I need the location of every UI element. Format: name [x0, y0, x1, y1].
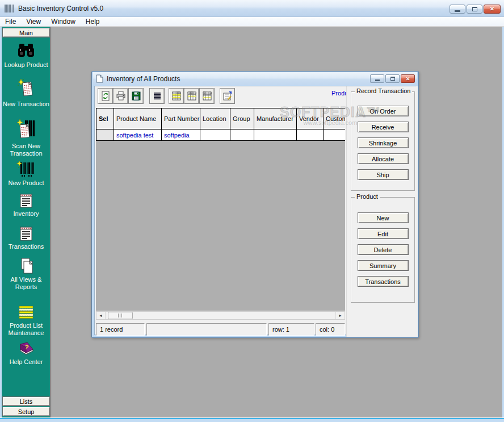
cell-customer[interactable] [324, 129, 345, 141]
sidebar-item-label: Lookup Product [2, 61, 50, 69]
scrollbar-thumb[interactable] [108, 312, 133, 319]
new-note-icon [16, 78, 36, 99]
sidebar-item-inventory[interactable]: Inventory [2, 193, 51, 218]
table-gray-alt-icon [202, 91, 212, 101]
cell-sel[interactable] [96, 129, 114, 141]
table-yellow-icon [171, 91, 182, 101]
notepad-icon [18, 225, 35, 241]
scroll-left-arrow[interactable]: ◄ [96, 312, 106, 319]
maximize-button[interactable] [467, 5, 482, 14]
print-button[interactable] [113, 88, 128, 104]
inventory-window-titlebar: Inventory of All Products ✕ [93, 72, 417, 85]
sidebar-item-scan-new-transaction[interactable]: Scan New Transaction [2, 119, 51, 157]
products-link[interactable]: Produ [331, 90, 346, 97]
application-window: Basic Inventory Control v5.0 ✕ File View… [0, 0, 504, 422]
col-header-manufacturer[interactable]: Manufacturer [254, 108, 297, 129]
sidebar-item-all-views-reports[interactable]: All Views & Reports [2, 257, 51, 290]
sidebar-item-label: New Product [2, 179, 50, 187]
product-group-title: Product [355, 193, 380, 200]
sidebar-item-label: New Transaction [2, 101, 50, 108]
printer-icon [116, 91, 126, 101]
main-tab-button[interactable]: Main [2, 28, 50, 37]
inventory-grid: Sel Product Name Part Number Location Gr… [96, 108, 345, 311]
cell-part-number[interactable]: softpedia [162, 129, 200, 141]
sidebar-item-label: Help Center [2, 358, 50, 366]
menu-help[interactable]: Help [81, 17, 105, 27]
transactions-button[interactable]: Transactions [358, 276, 409, 287]
list-view-icon [152, 91, 162, 101]
form-edit-icon [222, 91, 233, 101]
close-button[interactable]: ✕ [484, 5, 501, 14]
menu-view[interactable]: View [21, 17, 46, 27]
scroll-right-arrow[interactable]: ► [335, 312, 345, 319]
col-header-customer[interactable]: Custom [324, 108, 345, 129]
cell-manufacturer[interactable] [254, 129, 297, 141]
setup-tab-button[interactable]: Setup [2, 407, 50, 416]
child-minimize-button[interactable] [370, 74, 384, 83]
shrinkage-button[interactable]: Shrinkage [358, 137, 409, 148]
record-transaction-group-title: Record Transaction [355, 87, 412, 94]
on-order-button[interactable]: On Order [358, 106, 409, 116]
properties-button[interactable] [220, 88, 235, 104]
cell-product-name[interactable]: softpedia test [114, 129, 162, 141]
child-close-button[interactable]: ✕ [401, 74, 415, 83]
sidebar-item-product-list-maintenance[interactable]: Product List Maintenance [2, 306, 51, 336]
horizontal-scrollbar[interactable]: ◄ ► [96, 311, 345, 320]
inventory-window-title: Inventory of All Products [107, 75, 180, 83]
minimize-icon [455, 10, 460, 12]
col-header-sel[interactable]: Sel [96, 108, 114, 129]
cell-location[interactable] [200, 129, 230, 141]
menubar: File View Window Help [0, 17, 504, 27]
col-header-product-name[interactable]: Product Name [114, 108, 162, 129]
receive-button[interactable]: Receive [358, 122, 409, 132]
sidebar-item-label: Product List Maintenance [2, 322, 50, 336]
cell-group[interactable] [230, 129, 254, 141]
grid-header-row: Sel Product Name Part Number Location Gr… [96, 108, 345, 129]
child-restore-button[interactable] [385, 74, 400, 83]
close-icon: ✕ [490, 6, 494, 12]
refresh-button[interactable] [98, 88, 113, 104]
close-icon: ✕ [406, 76, 410, 82]
col-header-vendor[interactable]: Vendor [297, 108, 324, 129]
barcode-icon [16, 161, 36, 178]
refresh-icon [100, 91, 111, 101]
col-header-group[interactable]: Group [230, 108, 254, 129]
product-group: Product New Edit Delete Summary Transact… [351, 197, 415, 303]
save-button[interactable] [128, 88, 144, 104]
lists-tab-button[interactable]: Lists [2, 396, 50, 406]
table-view-plain-button[interactable] [184, 88, 199, 104]
status-record-count: 1 record [96, 323, 145, 336]
grid-table: Sel Product Name Part Number Location Gr… [96, 108, 345, 141]
sidebar-item-label: Transactions [2, 243, 50, 250]
documents-icon [17, 257, 35, 274]
status-message [146, 323, 267, 336]
new-button[interactable]: New [358, 212, 409, 223]
inventory-window-content: Produ Sel Product Name Part Number Locat… [94, 86, 416, 335]
ship-button[interactable]: Ship [358, 169, 409, 180]
notepad-icon [18, 193, 35, 208]
sidebar-item-lookup-product[interactable]: Lookup Product [2, 43, 51, 69]
summary-button[interactable]: Summary [358, 260, 409, 271]
col-header-location[interactable]: Location [200, 108, 230, 129]
restore-icon [390, 77, 395, 81]
table-view-alt-button[interactable] [199, 88, 215, 104]
cell-vendor[interactable] [297, 129, 324, 141]
menu-window[interactable]: Window [46, 17, 81, 27]
sidebar-item-new-transaction[interactable]: New Transaction [2, 78, 51, 108]
window-frame-bottom [0, 417, 504, 422]
sidebar-item-label: Scan New Transaction [2, 143, 50, 157]
sidebar-item-new-product[interactable]: New Product [2, 161, 51, 187]
list-view-button[interactable] [149, 88, 165, 104]
grid-data-row[interactable]: softpedia test softpedia [96, 129, 345, 141]
sidebar-item-transactions[interactable]: Transactions [2, 225, 51, 250]
col-header-part-number[interactable]: Part Number [162, 108, 200, 129]
menu-file[interactable]: File [0, 17, 21, 27]
sidebar-item-label: Inventory [2, 210, 50, 218]
sidebar: Main Lookup Product [2, 27, 51, 417]
minimize-button[interactable] [450, 5, 465, 14]
table-view-highlight-button[interactable] [169, 88, 184, 104]
edit-button[interactable]: Edit [358, 228, 409, 239]
delete-button[interactable]: Delete [358, 244, 409, 255]
sidebar-item-help-center[interactable]: ? Help Center [2, 340, 51, 366]
allocate-button[interactable]: Allocate [358, 153, 409, 164]
